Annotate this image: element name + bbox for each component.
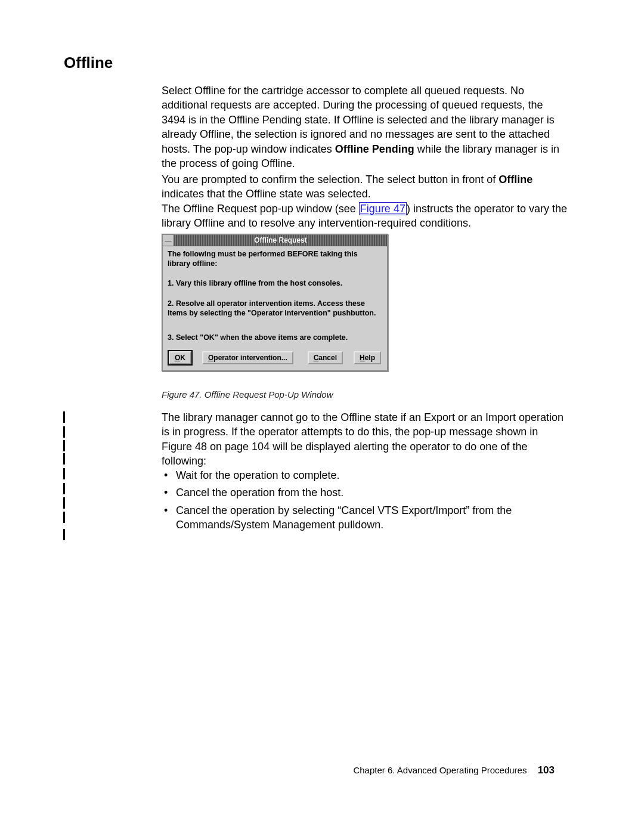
bullet-list: Wait for the operation to complete. Canc…	[162, 468, 568, 532]
page-number: 103	[538, 764, 555, 776]
bold-text: Offline Pending	[335, 143, 414, 155]
mnemonic: H	[360, 354, 365, 362]
dialog-button-row: OK Operator intervention... Cancel Help	[168, 349, 382, 366]
ok-button[interactable]: OK	[169, 351, 191, 364]
help-button[interactable]: Help	[354, 351, 381, 364]
dialog-step-1: 1. Vary this library offline from the ho…	[168, 279, 382, 289]
dialog-step-3: 3. Select "OK" when the above items are …	[168, 333, 382, 343]
paragraph-4: The library manager cannot go to the Off…	[162, 410, 568, 469]
revision-bar	[63, 440, 65, 451]
text: You are prompted to confirm the selectio…	[162, 174, 499, 185]
mnemonic: O	[208, 354, 213, 362]
revision-bar	[63, 497, 65, 509]
list-item: Wait for the operation to complete.	[162, 468, 568, 482]
text: The Offline Request pop-up window (see	[162, 203, 359, 215]
system-menu-icon[interactable]: —	[163, 235, 174, 246]
revision-bar	[63, 426, 65, 438]
list-item: Cancel the operation by selecting “Cance…	[162, 503, 568, 532]
mnemonic: O	[175, 354, 180, 362]
cancel-button[interactable]: Cancel	[308, 351, 343, 364]
label: ancel	[318, 354, 337, 362]
dialog-body: The following must be performed BEFORE t…	[163, 246, 387, 370]
paragraph-1: Select Offline for the cartridge accesso…	[162, 83, 568, 171]
dialog-step-2: 2. Resolve all operator intervention ite…	[168, 299, 382, 318]
paragraph-2: You are prompted to confirm the selectio…	[162, 172, 568, 202]
revision-bar	[63, 512, 65, 523]
dialog-intro: The following must be performed BEFORE t…	[168, 250, 382, 268]
text: indicates that the Offline state was sel…	[162, 188, 371, 200]
revision-bar	[63, 468, 65, 479]
page-footer: Chapter 6. Advanced Operating Procedures…	[353, 764, 555, 776]
revision-bar	[63, 483, 65, 494]
chapter-label: Chapter 6. Advanced Operating Procedures	[353, 765, 527, 775]
paragraph-3: The Offline Request pop-up window (see F…	[162, 202, 568, 231]
label: K	[180, 354, 185, 362]
dialog-titlebar: — Offline Request	[163, 235, 387, 246]
dialog-title: Offline Request	[174, 235, 387, 246]
operator-intervention-button[interactable]: Operator intervention...	[202, 351, 293, 364]
revision-bar	[63, 453, 65, 465]
bullet-list-container: Wait for the operation to complete. Canc…	[162, 468, 568, 535]
list-item: Cancel the operation from the host.	[162, 485, 568, 500]
revision-bar	[63, 529, 65, 540]
section-heading: Offline	[64, 54, 113, 72]
figure-caption: Figure 47. Offline Request Pop-Up Window	[162, 389, 333, 400]
figure-link[interactable]: Figure 47	[359, 202, 407, 215]
label: perator intervention...	[213, 354, 287, 362]
offline-request-dialog: — Offline Request The following must be …	[162, 234, 388, 371]
revision-bar	[63, 411, 65, 423]
bold-text: Offline	[499, 174, 532, 185]
mnemonic: C	[314, 354, 319, 362]
label: elp	[365, 354, 375, 362]
